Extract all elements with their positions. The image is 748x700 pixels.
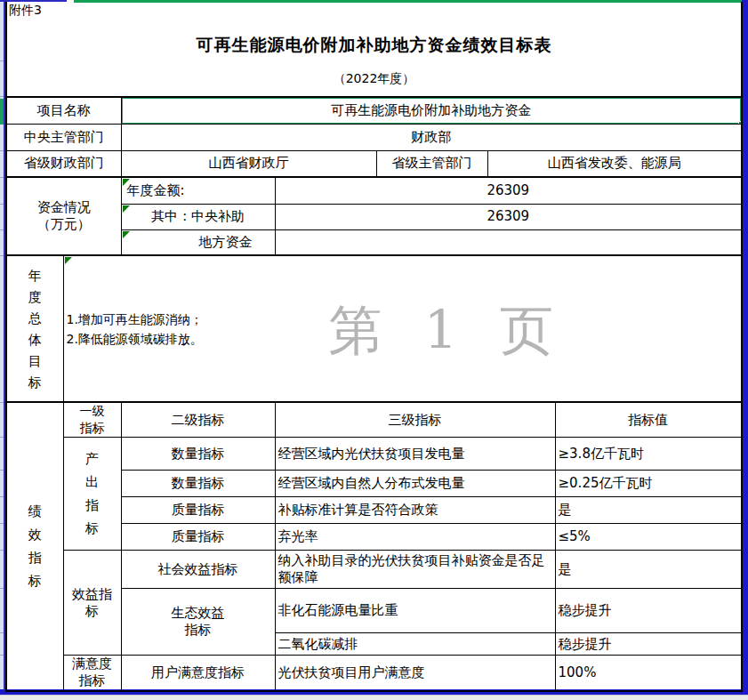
header-level2-indicator[interactable]: 二级指标 [121,402,275,438]
cell-central-subsidy-label[interactable]: 其中：中央补助 [121,204,275,229]
cell-perf-group-label[interactable]: 绩效指标 [6,402,63,691]
cell-project-name-label[interactable]: 项目名称 [6,97,121,124]
cell-central-subsidy-value[interactable]: 26309 [275,204,742,229]
cell-project-name-value[interactable]: 可再生能源电价附加补助地方资金 [121,97,742,124]
cell-indicator-value[interactable]: 100% [555,656,742,691]
cell-prov-finance-label[interactable]: 省级财政部门 [6,150,121,177]
cell-funding-label[interactable]: 资金情况 （万元） [6,177,121,255]
cell-l3-indicator[interactable]: 经营区域内自然人分布式发电量 [275,471,555,497]
cell-error-triangle [123,231,130,238]
cell-satisfaction-category[interactable]: 满意度指标 [63,656,121,691]
cell-indicator-value[interactable]: 是 [555,497,742,524]
cell-l3-indicator[interactable]: 光伏扶贫项目用户满意度 [275,656,555,691]
eco-benefit-label-text: 生态效益指标 [170,605,226,639]
cell-indicator-value[interactable]: 是 [555,551,742,589]
cell-l2-indicator[interactable]: 质量指标 [121,497,275,524]
page-title: 可再生能源电价附加补助地方资金绩效目标表 [7,35,741,56]
cell-indicator-value[interactable]: ≥0.25亿千瓦时 [555,471,742,497]
header-indicator-value[interactable]: 指标值 [555,402,742,438]
cell-prov-admin-label[interactable]: 省级主管部门 [376,150,487,177]
page-watermark: 第 1 页 [329,297,566,364]
cell-benefit-category[interactable]: 效益指标 [63,551,121,656]
cell-indicator-value[interactable]: 稳步提升 [555,633,742,656]
project-name-text: 可再生能源电价附加补助地方资金 [331,102,531,118]
cell-l3-indicator[interactable]: 经营区域内光伏扶贫项目发电量 [275,438,555,471]
cell-l2-indicator[interactable]: 质量指标 [121,524,275,551]
cell-l2-indicator[interactable]: 社会效益指标 [121,551,275,589]
cell-prov-admin-value[interactable]: 山西省发改委、能源局 [487,150,742,177]
cell-prov-finance-value[interactable]: 山西省财政厅 [121,150,376,177]
cell-indicator-value[interactable]: ≥3.8亿千瓦时 [555,438,742,471]
header-level1-text: 一级指标 [78,403,107,437]
cell-l3-indicator[interactable]: 纳入补助目录的光伏扶贫项目补贴资金是否足额保障 [275,551,555,589]
cell-error-triangle [65,257,72,264]
cell-l2-indicator[interactable]: 用户满意度指标 [121,656,275,691]
cell-annual-amount-value[interactable]: 26309 [275,177,742,204]
header-level3-indicator[interactable]: 三级指标 [275,402,555,438]
cell-annual-goal-content[interactable]: 1.增加可再生能源消纳； 2.降低能源领域碳排放。 第 1 页 [63,255,742,402]
annual-goal-label-text: 年度总体目标 [28,265,43,393]
satisfaction-category-text: 满意度指标 [70,656,115,689]
cell-local-funds-label[interactable]: 地方资金 [121,229,275,255]
cell-annual-goal-label[interactable]: 年度总体目标 [6,255,63,402]
performance-target-table: 附件3 可再生能源电价附加补助地方资金绩效目标表 （2022年度） 项目名称 可… [5,2,743,692]
title-block: 附件3 可再生能源电价附加补助地方资金绩效目标表 （2022年度） [6,2,742,97]
cell-l3-indicator[interactable]: 补贴标准计算是否符合政策 [275,497,555,524]
cell-error-triangle [123,179,130,186]
cell-l3-indicator[interactable]: 非化石能源电量比重 [275,589,555,633]
cell-local-funds-value[interactable] [275,229,742,255]
page-subtitle: （2022年度） [7,71,741,87]
cell-central-dept-value[interactable]: 财政部 [121,124,742,150]
attachment-label: 附件3 [9,3,42,19]
cell-l3-indicator[interactable]: 二氧化碳减排 [275,633,555,656]
cell-central-dept-label[interactable]: 中央主管部门 [6,124,121,150]
funding-label-line1: 资金情况 [7,199,121,216]
cell-error-triangle [123,205,130,213]
perf-group-label-text: 绩效指标 [28,500,43,592]
cell-indicator-value[interactable]: ≤5% [555,524,742,551]
cell-l2-indicator[interactable]: 数量指标 [121,438,275,471]
cell-eco-benefit-label[interactable]: 生态效益指标 [121,589,275,656]
central-subsidy-label-text: 其中：中央补助 [151,208,245,224]
cell-output-category[interactable]: 产出指标 [63,438,121,551]
local-funds-label-text: 地方资金 [199,234,253,250]
cell-l2-indicator[interactable]: 数量指标 [121,471,275,497]
funding-label-line2: （万元） [7,216,121,233]
output-category-text: 产出指标 [84,447,100,540]
window-right-border [742,0,748,695]
selection-fill-handle[interactable] [738,121,742,125]
cell-l3-indicator[interactable]: 弃光率 [275,524,555,551]
cell-indicator-value[interactable]: 稳步提升 [555,589,742,633]
annual-amount-label-text: 年度金额: [127,182,185,198]
status-strip [0,695,748,700]
benefit-category-text: 效益指标 [70,586,115,620]
header-level1-indicator[interactable]: 一级指标 [63,402,121,438]
cell-annual-amount-label[interactable]: 年度金额: [121,177,275,204]
